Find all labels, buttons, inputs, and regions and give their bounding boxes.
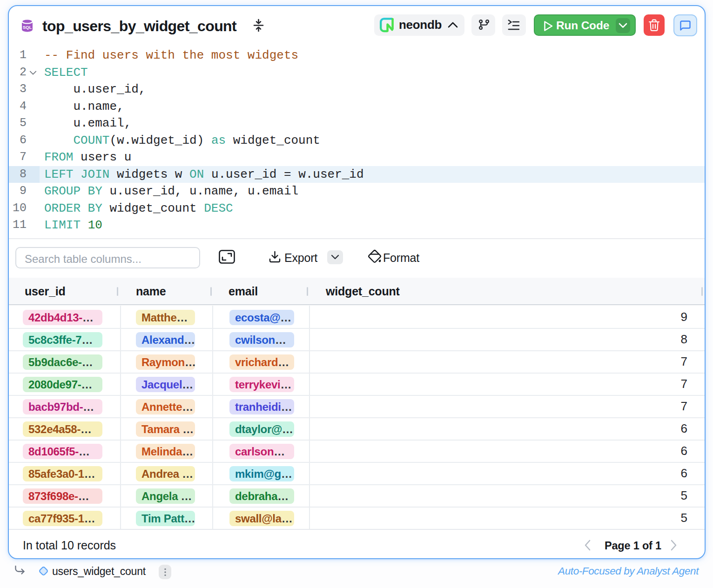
- svg-text:SQL: SQL: [23, 25, 32, 30]
